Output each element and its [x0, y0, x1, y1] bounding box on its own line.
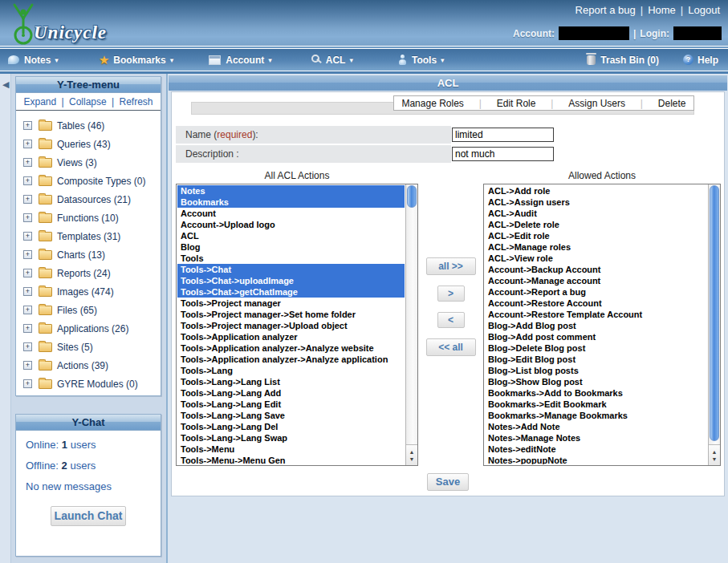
scrollbar-thumb[interactable] — [710, 185, 719, 441]
expand-icon[interactable]: + — [23, 287, 32, 296]
list-option[interactable]: Account->Upload logo — [177, 219, 405, 230]
list-option[interactable]: ACL->Delete role — [485, 219, 707, 230]
tree-item[interactable]: +Tables (46) — [23, 116, 161, 135]
collapse-link[interactable]: Collapse — [69, 96, 107, 107]
expand-icon[interactable]: + — [23, 232, 32, 241]
tree-item[interactable]: +Composite Types (0) — [23, 172, 161, 190]
tree-item[interactable]: +Reports (24) — [23, 264, 161, 282]
tree-item[interactable]: +Files (65) — [23, 301, 161, 319]
list-option[interactable]: Notes->popupNote — [485, 455, 707, 464]
tree-item[interactable]: +Sites (5) — [23, 338, 161, 356]
list-option[interactable]: Blog->Edit Blog post — [485, 354, 707, 365]
list-option[interactable]: ACL->Manage roles — [485, 241, 707, 253]
tree-item[interactable]: +Views (3) — [23, 153, 161, 172]
move-right-button[interactable]: > — [437, 286, 465, 302]
list-option[interactable]: Tools->Project manager->Set home folder — [177, 309, 405, 320]
list-option[interactable]: Tools->Chat->getChatImage — [177, 286, 405, 298]
tab-edit-role[interactable]: Edit Role — [497, 98, 536, 109]
expand-icon[interactable]: + — [23, 158, 32, 167]
list-option[interactable]: Notes->Manage Notes — [485, 432, 707, 444]
tree-item[interactable]: +Templates (31) — [23, 227, 161, 245]
move-all-left-button[interactable]: << all — [426, 338, 476, 356]
description-input[interactable] — [452, 147, 554, 161]
tab-manage-roles[interactable]: Manage Roles — [401, 98, 463, 109]
list-option[interactable]: Blog->Show Blog post — [485, 376, 707, 387]
list-option[interactable]: Bookmarks->Add to Bookmarks — [485, 387, 707, 399]
expand-icon[interactable]: + — [23, 269, 32, 277]
home-link[interactable]: Home — [648, 4, 676, 16]
list-option[interactable]: Bookmarks->Edit Bookmark — [485, 399, 707, 410]
list-option[interactable]: ACL->Add role — [485, 185, 707, 196]
allowed-actions-listbox[interactable]: ACL->Add roleACL->Assign usersACL->Audit… — [483, 184, 721, 466]
list-option[interactable]: Notes->Add Note — [485, 421, 707, 432]
list-option[interactable]: ACL->Edit role — [485, 230, 707, 241]
tree-item[interactable]: +Applications (26) — [23, 319, 161, 338]
list-option[interactable]: Blog — [177, 241, 405, 253]
tree-item[interactable]: +Actions (39) — [23, 356, 161, 375]
expand-icon[interactable]: + — [23, 250, 32, 259]
report-bug-link[interactable]: Report a bug — [575, 4, 636, 16]
list-option[interactable]: Bookmarks — [177, 196, 405, 208]
scroll-up-icon[interactable]: ▲ — [409, 449, 415, 455]
list-option[interactable]: Blog->List blog posts — [485, 365, 707, 376]
list-option[interactable]: ACL->Audit — [485, 208, 707, 219]
expand-icon[interactable]: + — [23, 361, 32, 370]
expand-icon[interactable]: + — [23, 306, 32, 314]
tree-item[interactable]: +Queries (43) — [23, 135, 161, 153]
expand-icon[interactable]: + — [23, 176, 32, 185]
list-option[interactable]: Bookmarks->Manage Bookmarks — [485, 410, 707, 421]
list-option[interactable]: Tools->Application analyzer->Analyze web… — [177, 342, 405, 354]
list-option[interactable]: ACL->View role — [485, 253, 707, 264]
scroll-up-icon[interactable]: ▲ — [712, 449, 718, 455]
list-option[interactable]: Tools->Menu — [177, 444, 405, 455]
allowed-actions-scrollbar[interactable]: ▲ ▼ — [708, 184, 720, 465]
list-option[interactable]: Tools->Lang->Lang Save — [177, 410, 405, 421]
list-option[interactable]: Notes->editNote — [485, 444, 707, 455]
list-option[interactable]: ACL — [177, 230, 405, 241]
list-option[interactable]: Tools->Lang — [177, 365, 405, 376]
list-option[interactable]: Blog->Add Blog post — [485, 320, 707, 331]
move-all-right-button[interactable]: all >> — [426, 257, 476, 275]
nav-acl[interactable]: ACL ▾ — [311, 55, 353, 66]
tree-item[interactable]: +Images (474) — [23, 282, 161, 301]
all-actions-listbox[interactable]: NotesBookmarksAccountAccount->Upload log… — [176, 184, 418, 466]
scrollbar-thumb[interactable] — [407, 185, 417, 208]
expand-icon[interactable]: + — [23, 342, 32, 351]
expand-icon[interactable]: + — [23, 195, 32, 204]
list-option[interactable]: Account->Restore Template Account — [485, 309, 707, 320]
list-option[interactable]: Account->Manage account — [485, 275, 707, 286]
expand-icon[interactable]: + — [23, 324, 32, 333]
list-option[interactable]: Tools->Chat — [177, 264, 405, 275]
expand-icon[interactable]: + — [23, 140, 32, 148]
list-option[interactable]: Notes — [177, 185, 405, 196]
list-option[interactable]: ACL->Assign users — [485, 196, 707, 208]
list-option[interactable]: Tools — [177, 253, 405, 264]
save-button[interactable]: Save — [427, 473, 469, 491]
list-option[interactable]: Tools->Application analyzer->Analyze app… — [177, 354, 405, 365]
list-option[interactable]: Tools->Project manager->Upload object — [177, 320, 405, 331]
tab-delete[interactable]: Delete — [658, 98, 686, 109]
tree-item[interactable]: +GYRE Modules (0) — [23, 375, 161, 393]
list-option[interactable]: Tools->Lang->Lang Swap — [177, 432, 405, 444]
tree-item[interactable]: +Functions (10) — [23, 209, 161, 227]
logout-link[interactable]: Logout — [688, 4, 720, 16]
list-option[interactable]: Account->Restore Account — [485, 298, 707, 309]
name-input[interactable] — [452, 128, 554, 142]
tree-item[interactable]: +Charts (13) — [23, 245, 161, 264]
list-option[interactable]: Tools->Lang->Lang Edit — [177, 399, 405, 410]
move-left-button[interactable]: < — [437, 312, 465, 328]
list-option[interactable]: Tools->Project manager — [177, 298, 405, 309]
list-option[interactable]: Tools->Menu->Menu Gen — [177, 455, 405, 464]
list-option[interactable]: Tools->Lang->Lang Add — [177, 387, 405, 399]
list-option[interactable]: Blog->Add post comment — [485, 331, 707, 342]
list-option[interactable]: Tools->Lang->Lang List — [177, 376, 405, 387]
scroll-down-icon[interactable]: ▼ — [409, 456, 415, 462]
list-option[interactable]: Tools->Application analyzer — [177, 331, 405, 342]
nav-tools[interactable]: Tools ▾ — [398, 55, 445, 66]
list-option[interactable]: Tools->Lang->Lang Del — [177, 421, 405, 432]
list-option[interactable]: Tools->Chat->uploadImage — [177, 275, 405, 286]
list-option[interactable]: Account->Backup Account — [485, 264, 707, 275]
app-logo[interactable]: Unicycle — [10, 1, 107, 45]
nav-bookmarks[interactable]: ★ Bookmarks ▾ — [99, 55, 173, 66]
tab-assign-users[interactable]: Assign Users — [568, 98, 625, 109]
